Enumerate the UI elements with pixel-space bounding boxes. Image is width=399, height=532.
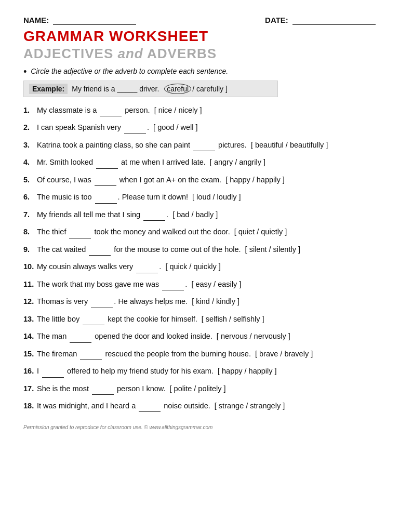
question-text: The thief took the money and walked out … <box>37 226 376 238</box>
answer-blank <box>193 139 215 151</box>
question-number: 13. <box>23 313 37 325</box>
question-item: 11.The work that my boss gave me was . [… <box>23 278 376 290</box>
question-item: 12.Thomas is very . He always helps me. … <box>23 296 376 308</box>
question-item: 15.The fireman rescued the people from t… <box>23 348 376 360</box>
question-text: The work that my boss gave me was . [ ea… <box>37 278 376 290</box>
question-number: 18. <box>23 400 37 411</box>
question-text: The man opened the door and looked insid… <box>37 330 376 342</box>
question-number: 10. <box>23 261 37 272</box>
example-text: My friend is a _____ driver. careful/ ca… <box>72 84 228 94</box>
sub-title: ADJECTIVES and ADVERBS <box>23 46 376 62</box>
question-item: 14.The man opened the door and looked in… <box>23 330 376 342</box>
word-choices: [ silent / silently ] <box>243 245 300 254</box>
word-choices: [ loud / loudly ] <box>190 193 241 201</box>
date-label: DATE: <box>265 16 288 24</box>
name-field: NAME: <box>23 16 136 25</box>
question-item: 7.My friends all tell me that I sing . [… <box>23 209 376 221</box>
question-text: Mr. Smith looked at me when I arrived la… <box>37 156 376 168</box>
question-text: The cat waited for the mouse to come out… <box>37 244 376 256</box>
question-text: I offered to help my friend study for hi… <box>37 365 376 377</box>
answer-blank <box>69 226 91 238</box>
question-item: 4.Mr. Smith looked at me when I arrived … <box>23 156 376 168</box>
answer-blank <box>80 348 102 360</box>
answer-blank <box>100 104 122 116</box>
bullet-icon: • <box>23 67 26 76</box>
question-text: It was midnight, and I heard a noise out… <box>37 400 376 412</box>
word-choices: [ nice / nicely ] <box>152 106 202 114</box>
question-text: My classmate is a person. [ nice / nicel… <box>37 104 376 116</box>
word-choices: [ quiet / quietly ] <box>232 228 287 236</box>
question-item: 3.Katrina took a painting class, so she … <box>23 139 376 151</box>
question-text: I can speak Spanish very . [ good / well… <box>37 122 376 134</box>
word-choices: [ brave / bravely ] <box>253 350 313 358</box>
question-item: 9.The cat waited for the mouse to come o… <box>23 244 376 256</box>
question-number: 15. <box>23 348 37 360</box>
sub-title-adverbs: ADVERBS <box>143 46 217 61</box>
example-circled: careful <box>164 84 191 94</box>
answer-blank <box>89 244 111 256</box>
header-line: NAME: DATE: <box>23 16 376 25</box>
answer-blank <box>143 209 165 221</box>
answer-blank <box>162 278 184 290</box>
answer-blank <box>70 330 91 342</box>
question-item: 5.Of course, I was when I got an A+ on t… <box>23 174 376 186</box>
answer-blank <box>95 191 117 203</box>
question-number: 14. <box>23 330 37 342</box>
instruction-text: Circle the adjective or the adverb to co… <box>31 67 228 75</box>
question-number: 7. <box>23 209 37 220</box>
question-text: The little boy kept the cookie for himse… <box>37 313 376 325</box>
footer-text: Permission granted to reproduce for clas… <box>23 424 376 430</box>
name-underline <box>53 16 136 25</box>
question-item: 8.The thief took the money and walked ou… <box>23 226 376 238</box>
example-box: Example: My friend is a _____ driver. ca… <box>23 81 278 97</box>
question-number: 17. <box>23 383 37 394</box>
question-number: 1. <box>23 104 37 116</box>
question-item: 10.My cousin always walks very . [ quick… <box>23 261 376 273</box>
question-number: 3. <box>23 139 37 151</box>
answer-blank <box>42 365 64 377</box>
answer-blank <box>83 313 104 325</box>
answer-blank <box>124 122 146 134</box>
question-number: 12. <box>23 296 37 307</box>
question-number: 9. <box>23 244 37 255</box>
word-choices: [ nervous / nervously ] <box>215 332 290 340</box>
word-choices: [ polite / politely ] <box>168 384 226 393</box>
answer-blank <box>96 156 118 168</box>
question-number: 6. <box>23 191 37 203</box>
date-underline <box>292 16 376 25</box>
question-number: 4. <box>23 156 37 168</box>
word-choices: [ strange / strangely ] <box>212 402 285 410</box>
answer-blank <box>91 296 113 308</box>
word-choices: [ selfish / selfishly ] <box>200 315 264 323</box>
word-choices: [ happy / happily ] <box>216 367 277 375</box>
question-number: 2. <box>23 122 37 133</box>
question-text: Of course, I was when I got an A+ on the… <box>37 174 376 186</box>
question-number: 11. <box>23 278 37 290</box>
word-choices: [ happy / happily ] <box>223 176 285 184</box>
word-choices: [ angry / angrily ] <box>208 158 265 166</box>
word-choices: [ easy / easily ] <box>189 280 241 288</box>
sub-title-adjectives: ADJECTIVES <box>23 46 118 61</box>
answer-blank <box>92 383 114 395</box>
question-number: 16. <box>23 365 37 377</box>
question-item: 17.She is the most person I know. [ poli… <box>23 383 376 395</box>
name-label: NAME: <box>23 16 49 24</box>
word-choices: [ kind / kindly ] <box>190 297 240 305</box>
main-title: GRAMMAR WORKSHEET <box>23 28 376 45</box>
example-label: Example: <box>29 84 68 94</box>
question-text: My cousin always walks very . [ quick / … <box>37 261 376 273</box>
question-item: 1.My classmate is a person. [ nice / nic… <box>23 104 376 116</box>
question-number: 5. <box>23 174 37 185</box>
date-field: DATE: <box>265 16 376 25</box>
word-choices: [ good / well ] <box>151 123 197 131</box>
question-text: The music is too . Please turn it down! … <box>37 191 376 203</box>
word-choices: [ beautiful / beautifully ] <box>249 141 328 149</box>
word-choices: [ bad / badly ] <box>170 210 218 219</box>
instruction-line: • Circle the adjective or the adverb to … <box>23 67 376 76</box>
question-text: The fireman rescued the people from the … <box>37 348 376 360</box>
question-item: 6.The music is too . Please turn it down… <box>23 191 376 203</box>
word-choices: [ quick / quickly ] <box>163 262 220 271</box>
sub-title-and: and <box>118 46 143 61</box>
answer-blank <box>95 174 116 186</box>
question-item: 16.I offered to help my friend study for… <box>23 365 376 377</box>
